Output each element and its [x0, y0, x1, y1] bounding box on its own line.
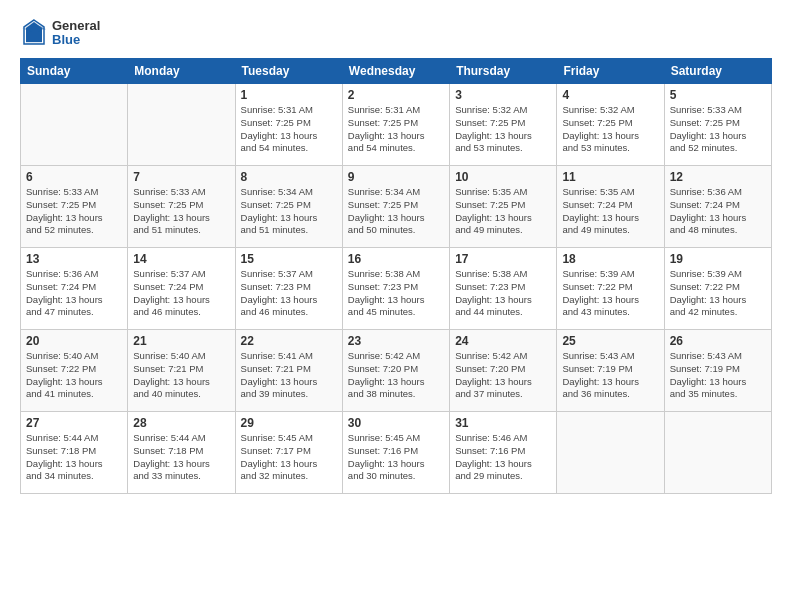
day-number: 6 [26, 170, 122, 184]
day-number: 20 [26, 334, 122, 348]
day-info: Sunrise: 5:42 AM Sunset: 7:20 PM Dayligh… [348, 350, 444, 401]
calendar-day: 19Sunrise: 5:39 AM Sunset: 7:22 PM Dayli… [664, 248, 771, 330]
day-info: Sunrise: 5:33 AM Sunset: 7:25 PM Dayligh… [670, 104, 766, 155]
day-info: Sunrise: 5:32 AM Sunset: 7:25 PM Dayligh… [562, 104, 658, 155]
day-number: 16 [348, 252, 444, 266]
logo: General Blue [20, 16, 122, 48]
day-number: 5 [670, 88, 766, 102]
calendar-day: 3Sunrise: 5:32 AM Sunset: 7:25 PM Daylig… [450, 84, 557, 166]
calendar-day: 31Sunrise: 5:46 AM Sunset: 7:16 PM Dayli… [450, 412, 557, 494]
day-number: 30 [348, 416, 444, 430]
calendar-day: 22Sunrise: 5:41 AM Sunset: 7:21 PM Dayli… [235, 330, 342, 412]
calendar-day: 27Sunrise: 5:44 AM Sunset: 7:18 PM Dayli… [21, 412, 128, 494]
day-number: 1 [241, 88, 337, 102]
logo-icon [20, 18, 48, 46]
calendar-day: 5Sunrise: 5:33 AM Sunset: 7:25 PM Daylig… [664, 84, 771, 166]
calendar-day: 24Sunrise: 5:42 AM Sunset: 7:20 PM Dayli… [450, 330, 557, 412]
calendar-day: 26Sunrise: 5:43 AM Sunset: 7:19 PM Dayli… [664, 330, 771, 412]
day-info: Sunrise: 5:42 AM Sunset: 7:20 PM Dayligh… [455, 350, 551, 401]
calendar-week: 20Sunrise: 5:40 AM Sunset: 7:22 PM Dayli… [21, 330, 772, 412]
logo-text: General Blue [52, 16, 122, 48]
day-info: Sunrise: 5:38 AM Sunset: 7:23 PM Dayligh… [455, 268, 551, 319]
weekday-header: Thursday [450, 59, 557, 84]
calendar-day: 14Sunrise: 5:37 AM Sunset: 7:24 PM Dayli… [128, 248, 235, 330]
day-info: Sunrise: 5:44 AM Sunset: 7:18 PM Dayligh… [133, 432, 229, 483]
day-info: Sunrise: 5:39 AM Sunset: 7:22 PM Dayligh… [562, 268, 658, 319]
day-info: Sunrise: 5:39 AM Sunset: 7:22 PM Dayligh… [670, 268, 766, 319]
calendar-week: 13Sunrise: 5:36 AM Sunset: 7:24 PM Dayli… [21, 248, 772, 330]
day-number: 21 [133, 334, 229, 348]
day-info: Sunrise: 5:43 AM Sunset: 7:19 PM Dayligh… [670, 350, 766, 401]
day-info: Sunrise: 5:46 AM Sunset: 7:16 PM Dayligh… [455, 432, 551, 483]
calendar-day: 17Sunrise: 5:38 AM Sunset: 7:23 PM Dayli… [450, 248, 557, 330]
calendar-day: 16Sunrise: 5:38 AM Sunset: 7:23 PM Dayli… [342, 248, 449, 330]
calendar-day: 9Sunrise: 5:34 AM Sunset: 7:25 PM Daylig… [342, 166, 449, 248]
day-info: Sunrise: 5:31 AM Sunset: 7:25 PM Dayligh… [241, 104, 337, 155]
day-number: 13 [26, 252, 122, 266]
weekday-header: Friday [557, 59, 664, 84]
day-number: 11 [562, 170, 658, 184]
header: General Blue [20, 16, 772, 48]
calendar-day: 4Sunrise: 5:32 AM Sunset: 7:25 PM Daylig… [557, 84, 664, 166]
day-number: 28 [133, 416, 229, 430]
day-number: 4 [562, 88, 658, 102]
day-number: 19 [670, 252, 766, 266]
day-info: Sunrise: 5:31 AM Sunset: 7:25 PM Dayligh… [348, 104, 444, 155]
calendar-day: 29Sunrise: 5:45 AM Sunset: 7:17 PM Dayli… [235, 412, 342, 494]
day-number: 7 [133, 170, 229, 184]
calendar-day: 1Sunrise: 5:31 AM Sunset: 7:25 PM Daylig… [235, 84, 342, 166]
calendar-day: 8Sunrise: 5:34 AM Sunset: 7:25 PM Daylig… [235, 166, 342, 248]
day-info: Sunrise: 5:32 AM Sunset: 7:25 PM Dayligh… [455, 104, 551, 155]
day-number: 31 [455, 416, 551, 430]
day-info: Sunrise: 5:33 AM Sunset: 7:25 PM Dayligh… [133, 186, 229, 237]
day-info: Sunrise: 5:44 AM Sunset: 7:18 PM Dayligh… [26, 432, 122, 483]
day-info: Sunrise: 5:43 AM Sunset: 7:19 PM Dayligh… [562, 350, 658, 401]
calendar-day: 18Sunrise: 5:39 AM Sunset: 7:22 PM Dayli… [557, 248, 664, 330]
day-info: Sunrise: 5:36 AM Sunset: 7:24 PM Dayligh… [26, 268, 122, 319]
calendar-day: 23Sunrise: 5:42 AM Sunset: 7:20 PM Dayli… [342, 330, 449, 412]
day-number: 27 [26, 416, 122, 430]
day-info: Sunrise: 5:36 AM Sunset: 7:24 PM Dayligh… [670, 186, 766, 237]
weekday-header: Wednesday [342, 59, 449, 84]
calendar-day: 13Sunrise: 5:36 AM Sunset: 7:24 PM Dayli… [21, 248, 128, 330]
calendar-day: 6Sunrise: 5:33 AM Sunset: 7:25 PM Daylig… [21, 166, 128, 248]
day-info: Sunrise: 5:45 AM Sunset: 7:17 PM Dayligh… [241, 432, 337, 483]
day-number: 8 [241, 170, 337, 184]
svg-text:General: General [52, 18, 100, 33]
day-info: Sunrise: 5:37 AM Sunset: 7:23 PM Dayligh… [241, 268, 337, 319]
day-info: Sunrise: 5:38 AM Sunset: 7:23 PM Dayligh… [348, 268, 444, 319]
calendar-day: 21Sunrise: 5:40 AM Sunset: 7:21 PM Dayli… [128, 330, 235, 412]
day-info: Sunrise: 5:40 AM Sunset: 7:21 PM Dayligh… [133, 350, 229, 401]
day-number: 29 [241, 416, 337, 430]
weekday-header: Saturday [664, 59, 771, 84]
day-number: 17 [455, 252, 551, 266]
day-number: 22 [241, 334, 337, 348]
day-number: 18 [562, 252, 658, 266]
day-number: 3 [455, 88, 551, 102]
calendar-day: 7Sunrise: 5:33 AM Sunset: 7:25 PM Daylig… [128, 166, 235, 248]
day-number: 2 [348, 88, 444, 102]
day-number: 23 [348, 334, 444, 348]
page: General Blue SundayMondayTuesdayWednesda… [0, 0, 792, 612]
calendar-day: 10Sunrise: 5:35 AM Sunset: 7:25 PM Dayli… [450, 166, 557, 248]
calendar-week: 6Sunrise: 5:33 AM Sunset: 7:25 PM Daylig… [21, 166, 772, 248]
calendar-week: 27Sunrise: 5:44 AM Sunset: 7:18 PM Dayli… [21, 412, 772, 494]
calendar-day: 25Sunrise: 5:43 AM Sunset: 7:19 PM Dayli… [557, 330, 664, 412]
calendar-day: 11Sunrise: 5:35 AM Sunset: 7:24 PM Dayli… [557, 166, 664, 248]
calendar-day [557, 412, 664, 494]
day-number: 26 [670, 334, 766, 348]
calendar-day: 2Sunrise: 5:31 AM Sunset: 7:25 PM Daylig… [342, 84, 449, 166]
calendar-day: 30Sunrise: 5:45 AM Sunset: 7:16 PM Dayli… [342, 412, 449, 494]
calendar-week: 1Sunrise: 5:31 AM Sunset: 7:25 PM Daylig… [21, 84, 772, 166]
svg-text:Blue: Blue [52, 32, 80, 47]
day-number: 25 [562, 334, 658, 348]
weekday-header: Monday [128, 59, 235, 84]
day-info: Sunrise: 5:40 AM Sunset: 7:22 PM Dayligh… [26, 350, 122, 401]
calendar-table: SundayMondayTuesdayWednesdayThursdayFrid… [20, 58, 772, 494]
day-info: Sunrise: 5:37 AM Sunset: 7:24 PM Dayligh… [133, 268, 229, 319]
day-info: Sunrise: 5:34 AM Sunset: 7:25 PM Dayligh… [348, 186, 444, 237]
day-info: Sunrise: 5:34 AM Sunset: 7:25 PM Dayligh… [241, 186, 337, 237]
day-number: 15 [241, 252, 337, 266]
calendar-day: 20Sunrise: 5:40 AM Sunset: 7:22 PM Dayli… [21, 330, 128, 412]
day-info: Sunrise: 5:41 AM Sunset: 7:21 PM Dayligh… [241, 350, 337, 401]
